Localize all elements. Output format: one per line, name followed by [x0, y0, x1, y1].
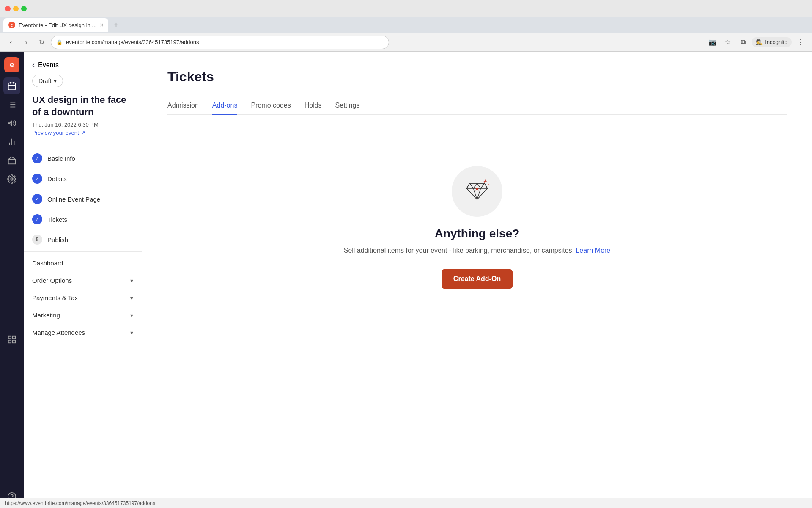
url-text: eventbrite.com/manage/events/33645173519… [66, 39, 199, 45]
svg-marker-22 [488, 184, 490, 185]
nav-item-publish[interactable]: 5 Publish [24, 229, 142, 250]
address-bar[interactable]: 🔒 eventbrite.com/manage/events/336451735… [51, 36, 389, 49]
extension-icon[interactable]: ⧉ [736, 36, 750, 49]
rail-gear-icon[interactable] [3, 171, 20, 188]
maximize-window-btn[interactable] [21, 6, 27, 11]
close-tab-btn[interactable]: × [100, 22, 103, 28]
nav-item-label: Basic Info [47, 155, 75, 162]
section-label: Order Options [32, 277, 72, 284]
learn-more-link[interactable]: Learn More [576, 247, 610, 254]
tab-settings[interactable]: Settings [335, 97, 360, 114]
rail-chart-icon[interactable] [3, 133, 20, 150]
events-nav-title: Events [38, 61, 59, 69]
nav-item-label: Tickets [47, 216, 67, 223]
svg-rect-15 [8, 336, 11, 339]
svg-rect-16 [13, 336, 15, 339]
forward-button[interactable]: › [20, 36, 32, 48]
nav-item-basic-info[interactable]: ✓ Basic Info [24, 148, 142, 168]
new-tab-btn[interactable]: + [110, 19, 122, 31]
nav-item-tickets[interactable]: ✓ Tickets [24, 209, 142, 229]
chevron-down-icon: ▾ [130, 277, 133, 284]
rail-calendar-icon[interactable] [3, 77, 20, 94]
diamond-icon-wrapper [452, 166, 502, 217]
rail-list-icon[interactable] [3, 96, 20, 113]
browser-tab-active[interactable]: e Eventbrite - Edit UX design in ... × [3, 18, 108, 32]
tab-admission[interactable]: Admission [167, 97, 199, 114]
check-icon: ✓ [32, 153, 42, 163]
tab-promo-codes[interactable]: Promo codes [251, 97, 291, 114]
nav-header: ‹ Events [24, 52, 142, 75]
minimize-window-btn[interactable] [13, 6, 19, 11]
empty-state-title: Anything else? [435, 227, 520, 240]
draft-status-button[interactable]: Draft ▾ [32, 75, 63, 87]
nav-section-dashboard[interactable]: Dashboard [24, 254, 142, 271]
nav-panel: ‹ Events Draft ▾ UX design in the face o… [24, 52, 142, 508]
browser-titlebar [0, 0, 812, 17]
empty-state-description: Sell additional items for your event - l… [344, 246, 611, 256]
events-back-button[interactable]: ‹ [32, 61, 35, 69]
section-label: Payments & Tax [32, 294, 78, 301]
rail-apps-icon[interactable] [3, 331, 20, 348]
svg-marker-25 [477, 183, 485, 188]
svg-marker-21 [483, 179, 487, 183]
back-button[interactable]: ‹ [5, 36, 17, 48]
lock-icon: 🔒 [56, 39, 63, 45]
nav-section-manage-attendees[interactable]: Manage Attendees ▾ [24, 323, 142, 340]
num-badge: 5 [32, 235, 42, 245]
preview-link-label: Preview your event [32, 130, 79, 136]
status-bar: https://www.eventbrite.com/manage/events… [0, 498, 812, 508]
tabs-container: Admission Add-ons Promo codes Holds Sett… [167, 97, 787, 115]
nav-section-order-options[interactable]: Order Options ▾ [24, 271, 142, 288]
check-icon: ✓ [32, 214, 42, 224]
incognito-badge: 🕵 Incognito [752, 37, 792, 47]
refresh-button[interactable]: ↻ [36, 36, 47, 48]
chevron-down-icon: ▾ [130, 312, 133, 319]
tab-title-text: Eventbrite - Edit UX design in ... [19, 22, 96, 28]
nav-section-marketing[interactable]: Marketing ▾ [24, 306, 142, 323]
check-icon: ✓ [32, 194, 42, 204]
tab-holds[interactable]: Holds [304, 97, 322, 114]
eventbrite-logo[interactable]: e [4, 57, 19, 72]
svg-marker-23 [467, 183, 488, 200]
nav-section-payments-tax[interactable]: Payments & Tax ▾ [24, 288, 142, 306]
camera-off-icon[interactable]: 📷 [706, 36, 719, 49]
more-options-icon[interactable]: ⋮ [793, 36, 807, 49]
status-url: https://www.eventbrite.com/manage/events… [5, 500, 155, 506]
rail-building-icon[interactable] [3, 152, 20, 169]
svg-point-14 [11, 178, 13, 180]
diamond-icon [462, 177, 492, 206]
svg-rect-13 [8, 159, 16, 164]
nav-item-details[interactable]: ✓ Details [24, 168, 142, 189]
draft-chevron-icon: ▾ [54, 77, 57, 84]
create-addon-button[interactable]: Create Add-On [442, 269, 513, 289]
browser-nav: ‹ › ↻ 🔒 eventbrite.com/manage/events/336… [0, 33, 812, 52]
tab-bar: e Eventbrite - Edit UX design in ... × + [0, 17, 812, 33]
svg-rect-17 [8, 340, 11, 343]
close-window-btn[interactable] [5, 6, 11, 11]
event-date: Thu, Jun 16, 2022 6:30 PM [24, 121, 142, 130]
empty-desc-text: Sell additional items for your event - l… [344, 247, 574, 254]
chevron-down-icon: ▾ [130, 295, 133, 301]
svg-marker-24 [470, 183, 477, 188]
preview-event-link[interactable]: Preview your event ↗ [24, 130, 142, 144]
nav-item-label: Publish [47, 236, 68, 243]
check-icon: ✓ [32, 174, 42, 184]
rail-megaphone-icon[interactable] [3, 115, 20, 132]
external-link-icon: ↗ [81, 130, 85, 136]
nav-divider-2 [24, 251, 142, 252]
svg-rect-18 [13, 340, 15, 343]
tab-addons[interactable]: Add-ons [212, 97, 238, 114]
incognito-icon: 🕵 [756, 39, 763, 45]
event-title: UX design in the face of a downturn [24, 94, 142, 121]
app-layout: e [0, 52, 812, 508]
nav-item-online-event-page[interactable]: ✓ Online Event Page [24, 189, 142, 209]
chevron-down-icon: ▾ [130, 329, 133, 336]
section-label: Marketing [32, 312, 60, 319]
bookmark-icon[interactable]: ☆ [721, 36, 735, 49]
incognito-label: Incognito [765, 39, 787, 45]
page-title: Tickets [167, 69, 787, 85]
main-content: Tickets Admission Add-ons Promo codes Ho… [142, 52, 812, 508]
nav-divider [24, 146, 142, 146]
empty-state: Anything else? Sell additional items for… [167, 141, 787, 314]
icon-rail: e [0, 52, 24, 508]
